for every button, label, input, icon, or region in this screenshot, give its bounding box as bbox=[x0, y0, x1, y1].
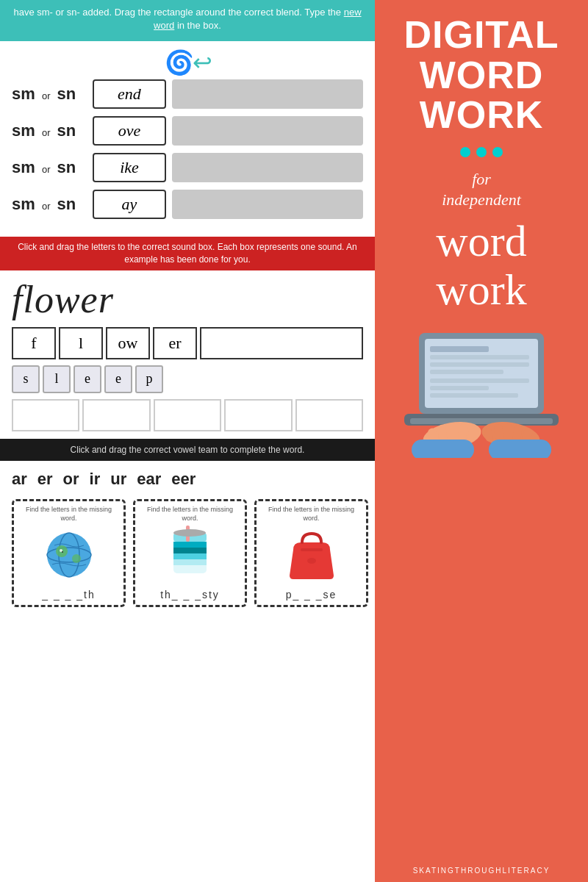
spiral-icon: 🌀↩ bbox=[12, 49, 363, 76]
for-independent-text: for independent bbox=[442, 169, 521, 211]
brand-text: SkatingThroughLiteracy bbox=[413, 867, 551, 875]
vowel-er[interactable]: er bbox=[37, 470, 53, 489]
blend-answer-4 bbox=[172, 190, 363, 219]
dot-2 bbox=[476, 147, 487, 157]
blend-input-4[interactable]: ay bbox=[93, 190, 166, 219]
letter-tiles-row: s l e e p bbox=[12, 365, 363, 393]
card-1-text: _ _ _ _th bbox=[18, 589, 119, 600]
teal-text: have sm- or sn- added. Drag the rectangl… bbox=[10, 6, 365, 32]
card-3-label: Find the letters in the missing word. bbox=[261, 506, 362, 523]
svg-point-14 bbox=[173, 529, 206, 537]
svg-rect-27 bbox=[410, 418, 553, 424]
laptop-svg bbox=[397, 326, 566, 458]
laptop-illustration bbox=[387, 326, 576, 458]
empty-box-2 bbox=[82, 399, 150, 431]
sound-box-er[interactable]: er bbox=[153, 327, 197, 359]
svg-rect-38 bbox=[494, 423, 503, 442]
teal-header: have sm- or sn- added. Drag the rectangl… bbox=[0, 0, 375, 41]
blend-row-2: sm or sn ove bbox=[12, 116, 363, 146]
card-1-image bbox=[18, 526, 119, 584]
svg-rect-24 bbox=[430, 386, 489, 390]
flower-word: flower bbox=[12, 278, 363, 321]
empty-box-3 bbox=[154, 399, 221, 431]
svg-rect-20 bbox=[430, 355, 529, 359]
missing-card-1: Find the letters in the missing word. bbox=[12, 499, 126, 607]
svg-rect-9 bbox=[173, 542, 207, 548]
svg-point-16 bbox=[307, 558, 316, 564]
vowel-section: ar er or ir ur ear eer Find the letters … bbox=[0, 461, 375, 613]
empty-box-5 bbox=[295, 399, 363, 431]
tile-p[interactable]: p bbox=[135, 365, 163, 393]
blend-label-4: sm or sn bbox=[12, 195, 93, 214]
blend-row-3: sm or sn ike bbox=[12, 153, 363, 182]
svg-rect-11 bbox=[173, 553, 207, 559]
blend-input-1[interactable]: end bbox=[93, 79, 166, 109]
svg-rect-21 bbox=[430, 362, 529, 367]
blend-row-4: sm or sn ay bbox=[12, 190, 363, 219]
left-panel: have sm- or sn- added. Drag the rectangl… bbox=[0, 0, 375, 882]
card-3-image bbox=[261, 526, 362, 584]
dot-1 bbox=[460, 147, 470, 157]
svg-point-6 bbox=[62, 551, 63, 553]
empty-box-1 bbox=[12, 399, 79, 431]
sound-box-empty[interactable] bbox=[200, 327, 363, 359]
svg-rect-19 bbox=[430, 346, 489, 352]
vowel-ear[interactable]: ear bbox=[137, 470, 161, 489]
svg-rect-10 bbox=[173, 548, 207, 553]
vowel-ir[interactable]: ir bbox=[90, 470, 101, 489]
tile-s[interactable]: s bbox=[12, 365, 40, 393]
vowel-ar[interactable]: ar bbox=[12, 470, 27, 489]
missing-word-cards: Find the letters in the missing word. bbox=[12, 499, 363, 607]
flower-section: flower f l ow er s l e e p bbox=[0, 270, 375, 439]
red-instruction: Click and drag the letters to the correc… bbox=[0, 237, 375, 270]
blend-answer-1 bbox=[172, 79, 363, 109]
tile-e2[interactable]: e bbox=[104, 365, 132, 393]
svg-rect-23 bbox=[430, 379, 529, 383]
dark-instruction-text: Click and drag the correct vowel team to… bbox=[7, 445, 368, 455]
svg-rect-41 bbox=[489, 440, 551, 458]
right-panel: Digital Word Work for independent word w… bbox=[375, 0, 588, 882]
svg-rect-15 bbox=[301, 548, 323, 551]
svg-point-0 bbox=[47, 533, 91, 577]
blend-input-3[interactable]: ike bbox=[93, 153, 166, 182]
vowel-ur[interactable]: ur bbox=[110, 470, 126, 489]
dot-3 bbox=[492, 147, 503, 157]
svg-point-4 bbox=[72, 554, 81, 563]
blend-answer-2 bbox=[172, 116, 363, 146]
title-line-word: Word bbox=[404, 55, 559, 96]
tile-l[interactable]: l bbox=[43, 365, 71, 393]
vowel-or[interactable]: or bbox=[63, 470, 79, 489]
digital-word-work-title: Digital Word Work bbox=[404, 15, 559, 135]
blend-row-1: sm or sn end bbox=[12, 79, 363, 109]
svg-rect-12 bbox=[173, 559, 207, 565]
missing-card-2: Find the letters in the missing word. bbox=[133, 499, 247, 607]
sound-box-f[interactable]: f bbox=[12, 327, 56, 359]
sound-boxes-row: f l ow er bbox=[12, 327, 363, 359]
svg-rect-25 bbox=[430, 393, 518, 398]
sound-box-l[interactable]: l bbox=[59, 327, 103, 359]
title-line-digital: Digital bbox=[404, 15, 559, 55]
word-work-cursive: word work bbox=[436, 217, 526, 314]
svg-rect-32 bbox=[458, 424, 467, 442]
card-2-label: Find the letters in the missing word. bbox=[140, 506, 240, 523]
new-word-link: new word bbox=[154, 7, 361, 31]
card-3-text: p_ _ _se bbox=[261, 589, 362, 600]
blend-label-2: sm or sn bbox=[12, 121, 93, 140]
sound-box-ow[interactable]: ow bbox=[106, 327, 150, 359]
blend-answer-3 bbox=[172, 153, 363, 182]
title-line-work: Work bbox=[404, 95, 559, 135]
blend-section: 🌀↩ sm or sn end sm or sn ove bbox=[0, 41, 375, 237]
vowel-eer[interactable]: eer bbox=[171, 470, 196, 489]
red-instruction-text: Click and drag the letters to the correc… bbox=[7, 241, 368, 266]
dark-instruction-bar: Click and drag the correct vowel team to… bbox=[0, 439, 375, 461]
blend-input-2[interactable]: ove bbox=[93, 116, 166, 146]
dots-row bbox=[460, 147, 503, 157]
tile-e1[interactable]: e bbox=[74, 365, 101, 393]
svg-rect-40 bbox=[412, 440, 474, 458]
blend-label-1: sm or sn bbox=[12, 85, 93, 104]
svg-rect-22 bbox=[430, 370, 503, 374]
empty-box-4 bbox=[224, 399, 292, 431]
card-1-label: Find the letters in the missing word. bbox=[18, 506, 119, 523]
card-2-image bbox=[140, 526, 240, 584]
card-2-text: th_ _ _sty bbox=[140, 589, 240, 600]
